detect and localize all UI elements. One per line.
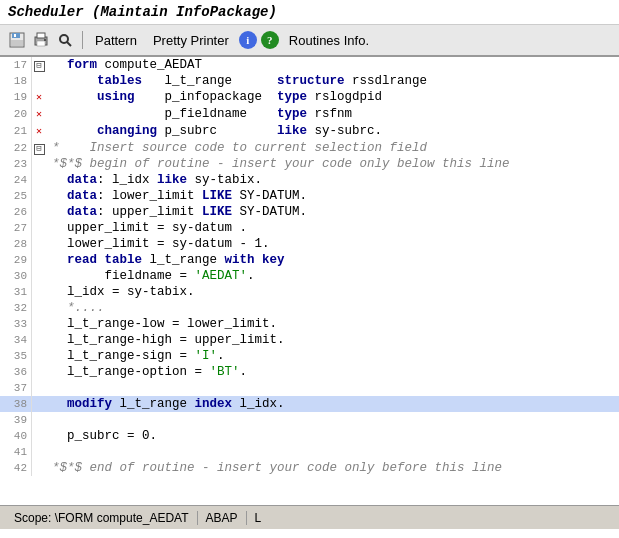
line-content: *$*$ end of routine - insert your code o… (46, 460, 502, 476)
line-marker (32, 172, 46, 188)
line-content: *$*$ begin of routine - insert your code… (46, 156, 510, 172)
code-line: 32 *.... (0, 300, 619, 316)
line-number: 17 (0, 57, 32, 73)
code-line: 37 (0, 380, 619, 396)
line-content (46, 444, 60, 460)
line-marker (32, 156, 46, 172)
line-content: upper_limit = sy-datum . (46, 220, 247, 236)
line-marker (32, 428, 46, 444)
line-content (46, 412, 60, 428)
code-line: 18 tables l_t_range structure rssdlrange (0, 73, 619, 89)
line-number: 39 (0, 412, 32, 428)
svg-rect-3 (11, 40, 23, 46)
line-content: modify l_t_range index l_idx. (46, 396, 285, 412)
line-content: l_t_range-low = lower_limit. (46, 316, 277, 332)
line-marker (32, 396, 46, 412)
code-line: 31 l_idx = sy-tabix. (0, 284, 619, 300)
code-line: 30 fieldname = 'AEDAT'. (0, 268, 619, 284)
line-marker: ✕ (32, 89, 46, 106)
print-icon[interactable] (30, 29, 52, 51)
line-number: 42 (0, 460, 32, 476)
line-content: data: lower_limit LIKE SY-DATUM. (46, 188, 307, 204)
line-content: form compute_AEDAT (46, 57, 202, 73)
pattern-button[interactable]: Pattern (89, 31, 143, 50)
code-line: 28 lower_limit = sy-datum - 1. (0, 236, 619, 252)
code-line: 35 l_t_range-sign = 'I'. (0, 348, 619, 364)
line-marker (32, 268, 46, 284)
line-number: 40 (0, 428, 32, 444)
code-line: 20✕ p_fieldname type rsfnm (0, 106, 619, 123)
line-number: 29 (0, 252, 32, 268)
line-content: data: l_idx like sy-tabix. (46, 172, 262, 188)
line-number: 31 (0, 284, 32, 300)
line-content: tables l_t_range structure rssdlrange (46, 73, 427, 89)
line-marker (32, 380, 46, 396)
line-content: read table l_t_range with key (46, 252, 285, 268)
line-number: 19 (0, 89, 32, 106)
code-line: 21✕ changing p_subrc like sy-subrc. (0, 123, 619, 140)
line-number: 27 (0, 220, 32, 236)
line-number: 32 (0, 300, 32, 316)
line-number: 41 (0, 444, 32, 460)
line-content: lower_limit = sy-datum - 1. (46, 236, 270, 252)
line-marker (32, 316, 46, 332)
code-line: 25 data: lower_limit LIKE SY-DATUM. (0, 188, 619, 204)
routines-info-button[interactable]: Routines Info. (283, 31, 375, 50)
line-number: 36 (0, 364, 32, 380)
extra-status: L (247, 511, 270, 525)
line-number: 21 (0, 123, 32, 140)
save-icon[interactable] (6, 29, 28, 51)
line-number: 35 (0, 348, 32, 364)
line-number: 25 (0, 188, 32, 204)
line-content: * Insert source code to current selectio… (46, 140, 427, 156)
line-marker (32, 252, 46, 268)
code-line: 33 l_t_range-low = lower_limit. (0, 316, 619, 332)
code-line: 34 l_t_range-high = upper_limit. (0, 332, 619, 348)
line-content: using p_infopackage type rslogdpid (46, 89, 382, 106)
routines-icon[interactable]: ? (261, 31, 279, 49)
line-marker (32, 300, 46, 316)
line-marker (32, 444, 46, 460)
line-marker: ⊟ (32, 140, 46, 156)
line-marker (32, 364, 46, 380)
line-marker (32, 284, 46, 300)
toolbar-separator-1 (82, 31, 83, 49)
line-content: p_fieldname type rsfnm (46, 106, 352, 123)
toolbar: Pattern Pretty Printer i ? Routines Info… (0, 25, 619, 57)
line-marker (32, 460, 46, 476)
toolbar-icons-left (6, 29, 76, 51)
line-marker (32, 348, 46, 364)
code-line: 17⊟ form compute_AEDAT (0, 57, 619, 73)
title-bar: Scheduler (Maintain InfoPackage) (0, 0, 619, 25)
line-content (46, 380, 60, 396)
line-number: 37 (0, 380, 32, 396)
line-marker: ✕ (32, 123, 46, 140)
line-number: 34 (0, 332, 32, 348)
code-line: 19✕ using p_infopackage type rslogdpid (0, 89, 619, 106)
status-bar: Scope: \FORM compute_AEDAT ABAP L (0, 505, 619, 529)
code-line: 26 data: upper_limit LIKE SY-DATUM. (0, 204, 619, 220)
line-number: 22 (0, 140, 32, 156)
line-content: l_t_range-high = upper_limit. (46, 332, 285, 348)
line-content: changing p_subrc like sy-subrc. (46, 123, 382, 140)
line-number: 30 (0, 268, 32, 284)
code-line: 23*$*$ begin of routine - insert your co… (0, 156, 619, 172)
pretty-printer-button[interactable]: Pretty Printer (147, 31, 235, 50)
scope-status: Scope: \FORM compute_AEDAT (6, 511, 198, 525)
line-marker: ✕ (32, 106, 46, 123)
info-icon[interactable]: i (239, 31, 257, 49)
lang-status: ABAP (198, 511, 247, 525)
code-line: 40 p_subrc = 0. (0, 428, 619, 444)
line-number: 28 (0, 236, 32, 252)
line-marker (32, 332, 46, 348)
code-line: 29 read table l_t_range with key (0, 252, 619, 268)
line-number: 24 (0, 172, 32, 188)
svg-point-7 (44, 39, 46, 41)
line-number: 26 (0, 204, 32, 220)
line-marker (32, 412, 46, 428)
find-icon[interactable] (54, 29, 76, 51)
svg-line-9 (67, 42, 71, 46)
line-marker: ⊟ (32, 57, 46, 73)
window-title: Scheduler (Maintain InfoPackage) (8, 4, 277, 20)
code-line: 22⊟* Insert source code to current selec… (0, 140, 619, 156)
